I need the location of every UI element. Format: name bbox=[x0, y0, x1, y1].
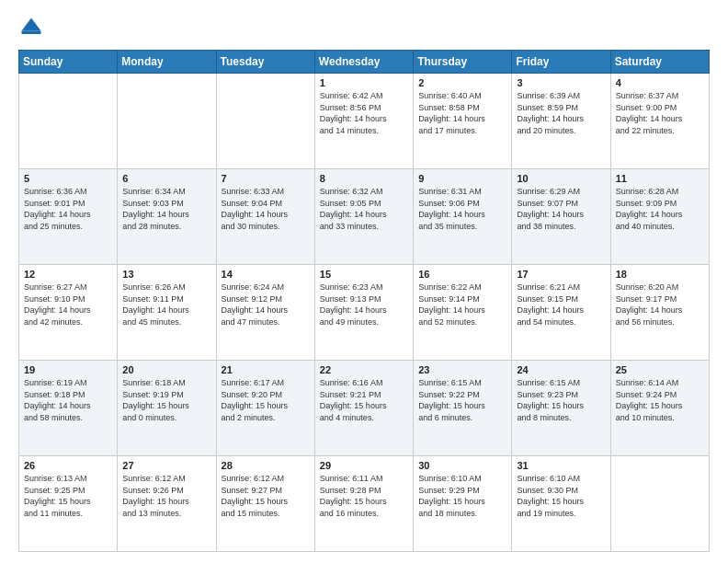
calendar-header-monday: Monday bbox=[118, 51, 216, 74]
day-info: Sunrise: 6:18 AM Sunset: 9:19 PM Dayligh… bbox=[122, 377, 210, 423]
day-info: Sunrise: 6:14 AM Sunset: 9:24 PM Dayligh… bbox=[616, 377, 704, 423]
calendar-cell: 19Sunrise: 6:19 AM Sunset: 9:18 PM Dayli… bbox=[19, 361, 118, 456]
day-info: Sunrise: 6:27 AM Sunset: 9:10 PM Dayligh… bbox=[24, 282, 112, 327]
day-info: Sunrise: 6:15 AM Sunset: 9:22 PM Dayligh… bbox=[418, 377, 506, 423]
day-info: Sunrise: 6:37 AM Sunset: 9:00 PM Dayligh… bbox=[616, 90, 704, 136]
calendar-header-tuesday: Tuesday bbox=[216, 51, 314, 74]
day-number: 28 bbox=[222, 460, 310, 471]
calendar-cell bbox=[610, 456, 709, 552]
day-number: 26 bbox=[24, 460, 112, 471]
calendar-cell: 31Sunrise: 6:10 AM Sunset: 9:30 PM Dayli… bbox=[512, 456, 610, 552]
day-number: 8 bbox=[320, 173, 408, 184]
day-info: Sunrise: 6:39 AM Sunset: 8:59 PM Dayligh… bbox=[517, 90, 605, 136]
svg-marker-0 bbox=[22, 18, 41, 31]
day-info: Sunrise: 6:40 AM Sunset: 8:58 PM Dayligh… bbox=[418, 90, 506, 136]
day-number: 15 bbox=[320, 269, 408, 280]
calendar-week-5: 26Sunrise: 6:13 AM Sunset: 9:25 PM Dayli… bbox=[19, 456, 710, 552]
calendar-cell: 15Sunrise: 6:23 AM Sunset: 9:13 PM Dayli… bbox=[314, 265, 413, 361]
calendar-table: SundayMondayTuesdayWednesdayThursdayFrid… bbox=[18, 50, 710, 552]
day-info: Sunrise: 6:32 AM Sunset: 9:05 PM Dayligh… bbox=[320, 186, 408, 232]
day-number: 12 bbox=[24, 269, 112, 280]
day-info: Sunrise: 6:34 AM Sunset: 9:03 PM Dayligh… bbox=[122, 186, 210, 232]
day-number: 31 bbox=[517, 460, 605, 471]
day-info: Sunrise: 6:31 AM Sunset: 9:06 PM Dayligh… bbox=[418, 186, 506, 232]
day-number: 18 bbox=[616, 269, 704, 280]
calendar-cell: 7Sunrise: 6:33 AM Sunset: 9:04 PM Daylig… bbox=[216, 169, 314, 265]
day-number: 30 bbox=[418, 460, 506, 471]
day-number: 7 bbox=[222, 173, 310, 184]
day-number: 3 bbox=[517, 77, 605, 88]
calendar-header-row: SundayMondayTuesdayWednesdayThursdayFrid… bbox=[19, 51, 710, 74]
calendar-cell: 20Sunrise: 6:18 AM Sunset: 9:19 PM Dayli… bbox=[118, 361, 216, 456]
day-info: Sunrise: 6:22 AM Sunset: 9:14 PM Dayligh… bbox=[418, 282, 506, 327]
calendar-cell: 1Sunrise: 6:42 AM Sunset: 8:56 PM Daylig… bbox=[314, 74, 413, 169]
day-number: 24 bbox=[517, 364, 605, 375]
day-number: 21 bbox=[222, 364, 310, 375]
day-number: 29 bbox=[320, 460, 408, 471]
calendar-cell: 30Sunrise: 6:10 AM Sunset: 9:29 PM Dayli… bbox=[414, 456, 512, 552]
calendar-cell: 9Sunrise: 6:31 AM Sunset: 9:06 PM Daylig… bbox=[414, 169, 512, 265]
calendar-cell: 3Sunrise: 6:39 AM Sunset: 8:59 PM Daylig… bbox=[512, 74, 610, 169]
calendar-cell: 4Sunrise: 6:37 AM Sunset: 9:00 PM Daylig… bbox=[610, 74, 709, 169]
day-number: 19 bbox=[24, 364, 112, 375]
day-number: 6 bbox=[122, 173, 210, 184]
day-info: Sunrise: 6:24 AM Sunset: 9:12 PM Dayligh… bbox=[222, 282, 310, 327]
header bbox=[18, 15, 710, 40]
day-number: 14 bbox=[222, 269, 310, 280]
calendar-cell: 24Sunrise: 6:15 AM Sunset: 9:23 PM Dayli… bbox=[512, 361, 610, 456]
calendar-cell: 12Sunrise: 6:27 AM Sunset: 9:10 PM Dayli… bbox=[19, 265, 118, 361]
day-info: Sunrise: 6:23 AM Sunset: 9:13 PM Dayligh… bbox=[320, 282, 408, 327]
logo-icon bbox=[18, 15, 44, 40]
calendar-cell: 6Sunrise: 6:34 AM Sunset: 9:03 PM Daylig… bbox=[118, 169, 216, 265]
day-number: 13 bbox=[122, 269, 210, 280]
day-info: Sunrise: 6:42 AM Sunset: 8:56 PM Dayligh… bbox=[320, 90, 408, 136]
day-info: Sunrise: 6:17 AM Sunset: 9:20 PM Dayligh… bbox=[222, 377, 310, 423]
day-info: Sunrise: 6:29 AM Sunset: 9:07 PM Dayligh… bbox=[517, 186, 605, 232]
calendar-cell: 11Sunrise: 6:28 AM Sunset: 9:09 PM Dayli… bbox=[610, 169, 709, 265]
day-info: Sunrise: 6:16 AM Sunset: 9:21 PM Dayligh… bbox=[320, 377, 408, 423]
page: SundayMondayTuesdayWednesdayThursdayFrid… bbox=[0, 0, 728, 563]
day-info: Sunrise: 6:19 AM Sunset: 9:18 PM Dayligh… bbox=[24, 377, 112, 423]
calendar-header-thursday: Thursday bbox=[414, 51, 512, 74]
day-number: 20 bbox=[122, 364, 210, 375]
calendar-cell: 27Sunrise: 6:12 AM Sunset: 9:26 PM Dayli… bbox=[118, 456, 216, 552]
day-info: Sunrise: 6:36 AM Sunset: 9:01 PM Dayligh… bbox=[24, 186, 112, 232]
calendar-cell bbox=[216, 74, 314, 169]
calendar-cell: 8Sunrise: 6:32 AM Sunset: 9:05 PM Daylig… bbox=[314, 169, 413, 265]
calendar-cell: 28Sunrise: 6:12 AM Sunset: 9:27 PM Dayli… bbox=[216, 456, 314, 552]
calendar-cell: 29Sunrise: 6:11 AM Sunset: 9:28 PM Dayli… bbox=[314, 456, 413, 552]
day-info: Sunrise: 6:10 AM Sunset: 9:29 PM Dayligh… bbox=[418, 473, 506, 519]
calendar-header-saturday: Saturday bbox=[610, 51, 709, 74]
calendar-cell: 2Sunrise: 6:40 AM Sunset: 8:58 PM Daylig… bbox=[414, 74, 512, 169]
calendar-header-wednesday: Wednesday bbox=[314, 51, 413, 74]
day-info: Sunrise: 6:28 AM Sunset: 9:09 PM Dayligh… bbox=[616, 186, 704, 232]
day-number: 9 bbox=[418, 173, 506, 184]
day-info: Sunrise: 6:11 AM Sunset: 9:28 PM Dayligh… bbox=[320, 473, 408, 519]
calendar-header-friday: Friday bbox=[512, 51, 610, 74]
calendar-cell: 16Sunrise: 6:22 AM Sunset: 9:14 PM Dayli… bbox=[414, 265, 512, 361]
day-number: 4 bbox=[616, 77, 704, 88]
day-info: Sunrise: 6:10 AM Sunset: 9:30 PM Dayligh… bbox=[517, 473, 605, 519]
day-number: 1 bbox=[320, 77, 408, 88]
calendar-cell bbox=[118, 74, 216, 169]
calendar-cell: 18Sunrise: 6:20 AM Sunset: 9:17 PM Dayli… bbox=[610, 265, 709, 361]
calendar-cell: 23Sunrise: 6:15 AM Sunset: 9:22 PM Dayli… bbox=[414, 361, 512, 456]
day-info: Sunrise: 6:15 AM Sunset: 9:23 PM Dayligh… bbox=[517, 377, 605, 423]
day-number: 11 bbox=[616, 173, 704, 184]
calendar-week-3: 12Sunrise: 6:27 AM Sunset: 9:10 PM Dayli… bbox=[19, 265, 710, 361]
day-number: 5 bbox=[24, 173, 112, 184]
calendar-cell: 25Sunrise: 6:14 AM Sunset: 9:24 PM Dayli… bbox=[610, 361, 709, 456]
calendar-week-4: 19Sunrise: 6:19 AM Sunset: 9:18 PM Dayli… bbox=[19, 361, 710, 456]
day-number: 25 bbox=[616, 364, 704, 375]
day-number: 22 bbox=[320, 364, 408, 375]
calendar-cell: 14Sunrise: 6:24 AM Sunset: 9:12 PM Dayli… bbox=[216, 265, 314, 361]
day-number: 27 bbox=[122, 460, 210, 471]
day-info: Sunrise: 6:21 AM Sunset: 9:15 PM Dayligh… bbox=[517, 282, 605, 327]
calendar-header-sunday: Sunday bbox=[19, 51, 118, 74]
calendar-week-1: 1Sunrise: 6:42 AM Sunset: 8:56 PM Daylig… bbox=[19, 74, 710, 169]
svg-rect-1 bbox=[22, 31, 41, 35]
day-info: Sunrise: 6:12 AM Sunset: 9:27 PM Dayligh… bbox=[222, 473, 310, 519]
calendar-cell: 21Sunrise: 6:17 AM Sunset: 9:20 PM Dayli… bbox=[216, 361, 314, 456]
calendar-cell: 13Sunrise: 6:26 AM Sunset: 9:11 PM Dayli… bbox=[118, 265, 216, 361]
day-number: 17 bbox=[517, 269, 605, 280]
